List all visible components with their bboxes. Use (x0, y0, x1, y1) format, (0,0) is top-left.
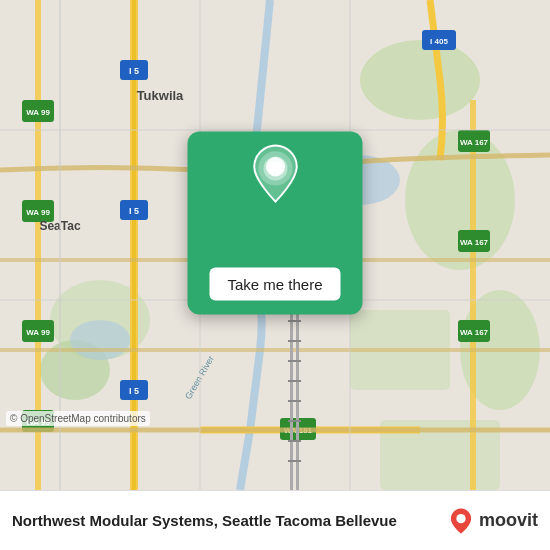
svg-text:I 5: I 5 (129, 66, 139, 76)
svg-text:WA 99: WA 99 (26, 328, 50, 337)
svg-text:WA 167: WA 167 (460, 328, 489, 337)
svg-point-1 (360, 40, 480, 120)
svg-text:WA 167: WA 167 (460, 138, 489, 147)
svg-rect-48 (288, 380, 301, 382)
svg-text:I 405: I 405 (430, 37, 448, 46)
location-title: Northwest Modular Systems, Seattle Tacom… (12, 512, 447, 529)
take-me-there-button[interactable]: Take me there (209, 268, 340, 301)
svg-text:I 5: I 5 (129, 206, 139, 216)
svg-rect-46 (288, 340, 301, 342)
map-copyright: © OpenStreetMap contributors (6, 411, 150, 426)
svg-text:WA 99: WA 99 (26, 108, 50, 117)
svg-rect-52 (288, 460, 301, 462)
svg-rect-45 (288, 320, 301, 322)
moovit-brand-name: moovit (479, 510, 538, 531)
svg-point-9 (70, 320, 130, 360)
popup-card: Take me there (188, 132, 363, 315)
svg-text:Tukwila: Tukwila (137, 88, 184, 103)
pin-overlay-icon (249, 144, 301, 204)
svg-rect-51 (288, 440, 301, 442)
map-container: I 5 I 5 I 5 I 405 WA 99 WA 99 WA 99 WA 9… (0, 0, 550, 490)
svg-rect-47 (288, 360, 301, 362)
svg-rect-50 (288, 420, 301, 422)
svg-text:WA 167: WA 167 (460, 238, 489, 247)
bottom-bar: Northwest Modular Systems, Seattle Tacom… (0, 490, 550, 550)
moovit-logo: moovit (447, 507, 538, 535)
svg-text:WA 99: WA 99 (26, 208, 50, 217)
svg-rect-49 (288, 400, 301, 402)
svg-point-60 (265, 157, 284, 176)
svg-point-61 (456, 514, 465, 523)
moovit-brand-icon (447, 507, 475, 535)
svg-text:I 5: I 5 (129, 386, 139, 396)
